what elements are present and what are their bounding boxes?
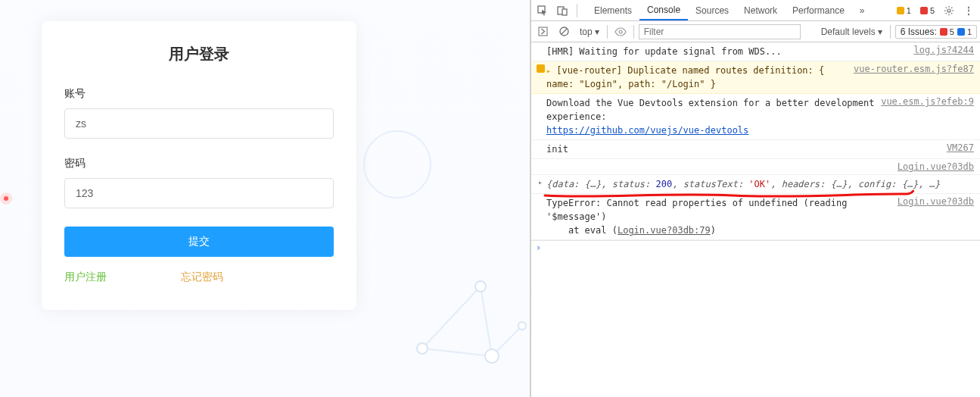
login-title: 用户登录	[64, 44, 334, 64]
context-selector[interactable]: top ▾	[577, 27, 602, 37]
log-source-link[interactable]: vue.esm.js?efeb:9	[875, 96, 974, 107]
separator	[607, 25, 608, 39]
console-row-warning[interactable]: ▸ [vue-router] Duplicate named routes de…	[531, 61, 980, 94]
row-gutter: ▸	[534, 177, 546, 186]
row-gutter	[534, 96, 546, 97]
svg-point-7	[518, 322, 526, 330]
tab-performance[interactable]: Performance	[785, 1, 852, 20]
log-levels-selector[interactable]: Default levels ▾	[818, 27, 885, 37]
more-options-icon[interactable]: ⋮	[960, 2, 977, 19]
inline-link[interactable]: https://github.com/vuejs/vue-devtools	[546, 125, 748, 136]
console-prompt[interactable]: ›	[531, 240, 980, 255]
issues-error-count: 5	[950, 27, 954, 36]
console-log-area: [HMR] Waiting for update signal from WDS…	[531, 42, 980, 397]
log-source-link[interactable]: vue-router.esm.js?fe87	[848, 64, 974, 74]
clear-console-icon[interactable]	[555, 23, 572, 40]
row-gutter	[534, 161, 546, 162]
filter-input[interactable]	[639, 24, 801, 39]
separator	[633, 25, 634, 39]
log-levels-label: Default levels	[821, 27, 876, 37]
console-row[interactable]: [HMR] Waiting for update signal from WDS…	[531, 42, 980, 61]
row-gutter	[534, 64, 546, 73]
tab-elements[interactable]: Elements	[586, 1, 639, 20]
tabs-overflow-icon[interactable]: »	[852, 1, 873, 20]
topbar-warning-badge[interactable]: 1	[894, 5, 914, 16]
log-message: ▸ [vue-router] Duplicate named routes de…	[546, 64, 848, 91]
annotation-underline	[543, 189, 914, 202]
svg-point-4	[475, 281, 486, 292]
svg-line-22	[562, 29, 567, 34]
svg-line-0	[422, 286, 481, 349]
inline-source-link[interactable]: Login.vue?03db:79	[618, 225, 711, 236]
row-gutter	[534, 142, 546, 143]
svg-rect-10	[562, 9, 567, 15]
separator	[890, 25, 891, 39]
expand-icon[interactable]: ▸	[546, 67, 551, 75]
register-link[interactable]: 用户注册	[64, 270, 107, 284]
forgot-password-link[interactable]: 忘记密码	[181, 270, 223, 284]
devtools-topbar: Elements Console Sources Network Perform…	[531, 0, 980, 21]
svg-line-16	[946, 7, 947, 8]
tab-sources[interactable]: Sources	[688, 1, 736, 20]
page-background: 用户登录 账号 密码 提交 用户注册 忘记密码	[0, 0, 530, 397]
login-card: 用户登录 账号 密码 提交 用户注册 忘记密码	[42, 21, 356, 310]
log-message: [HMR] Waiting for update signal from WDS…	[546, 45, 908, 58]
form-links: 用户注册 忘记密码	[64, 270, 334, 284]
decoration-graph	[409, 280, 530, 394]
svg-point-5	[417, 343, 428, 354]
svg-line-18	[946, 13, 947, 14]
decoration-circle	[363, 130, 431, 198]
decoration-dot-red	[0, 192, 12, 205]
tab-network[interactable]: Network	[736, 1, 785, 20]
devtools-panel: Elements Console Sources Network Perform…	[530, 0, 980, 397]
topbar-error-badge[interactable]: 5	[917, 5, 938, 16]
svg-rect-20	[539, 27, 547, 36]
expand-icon[interactable]: ▸	[538, 178, 543, 186]
tab-console[interactable]: Console	[639, 1, 688, 20]
log-message: Download the Vue Devtools extension for …	[546, 96, 875, 137]
separator	[577, 4, 577, 17]
device-toolbar-icon[interactable]	[554, 2, 571, 19]
password-input[interactable]	[64, 178, 334, 208]
svg-point-6	[485, 349, 499, 363]
svg-line-19	[951, 7, 952, 8]
issues-button[interactable]: 6 Issues: 5 1	[895, 25, 977, 39]
log-source-link[interactable]: log.js?4244	[908, 45, 974, 55]
svg-line-2	[422, 349, 492, 356]
log-source-link[interactable]: Login.vue?03db	[891, 161, 974, 172]
issues-label: 6 Issues:	[901, 27, 937, 37]
svg-line-17	[951, 13, 952, 14]
console-row[interactable]: Login.vue?03db	[531, 159, 980, 175]
svg-line-1	[481, 286, 492, 356]
context-label: top	[580, 27, 593, 37]
row-gutter	[534, 45, 546, 45]
toggle-sidebar-icon[interactable]	[534, 23, 551, 40]
log-source-link[interactable]: VM267	[941, 142, 974, 153]
account-label: 账号	[64, 87, 334, 101]
inspect-element-icon[interactable]	[534, 2, 551, 19]
live-expression-icon[interactable]	[612, 23, 629, 40]
console-row[interactable]: Download the Vue Devtools extension for …	[531, 94, 980, 140]
issues-info-count: 1	[967, 27, 972, 36]
console-row[interactable]: init VM267	[531, 140, 980, 159]
log-message: init	[546, 142, 941, 156]
submit-button[interactable]: 提交	[64, 227, 334, 257]
settings-icon[interactable]	[941, 2, 957, 19]
warning-icon	[537, 64, 545, 73]
svg-point-11	[947, 8, 950, 11]
account-input[interactable]	[64, 108, 334, 139]
devtools-tabs: Elements Console Sources Network Perform…	[586, 1, 873, 20]
log-error-message: TypeError: Cannot read properties of und…	[546, 196, 891, 237]
password-label: 密码	[64, 157, 334, 170]
chevron-down-icon: ▾	[878, 27, 882, 37]
chevron-down-icon: ▾	[595, 27, 599, 37]
console-toolbar: top ▾ Default levels ▾ 6 Issues: 5 1	[531, 21, 980, 42]
svg-point-23	[619, 30, 622, 33]
